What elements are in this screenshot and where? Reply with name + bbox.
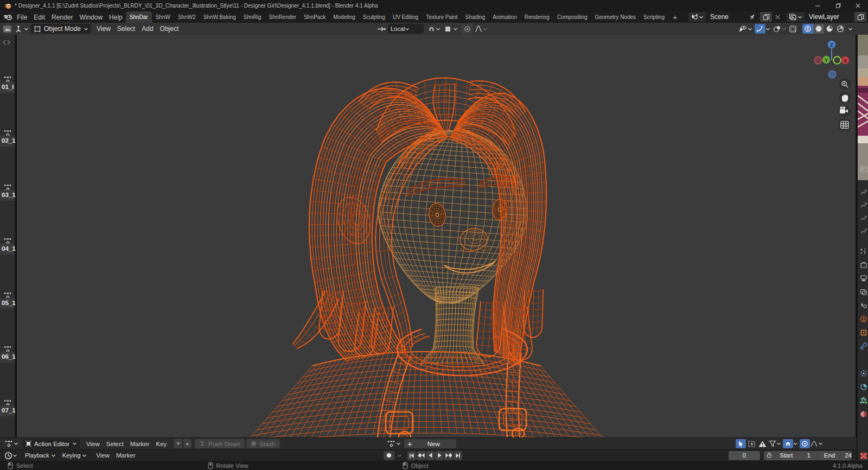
svg-text:Z: Z [830,42,833,48]
svg-text:Y: Y [825,58,828,63]
svg-text:X: X [844,58,847,63]
